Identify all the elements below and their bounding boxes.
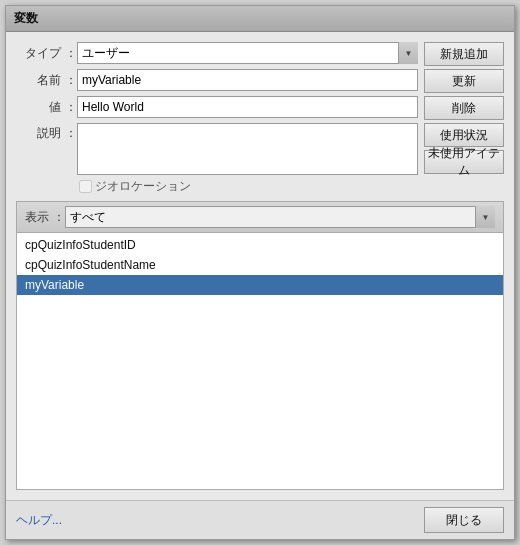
name-input[interactable] <box>77 69 418 91</box>
value-row: 値 ： <box>16 96 418 118</box>
usage-button[interactable]: 使用状況 <box>424 123 504 147</box>
list-header: 表示 ： すべて ユーザー システム ▼ <box>17 202 503 233</box>
show-colon: ： <box>53 209 61 226</box>
value-colon: ： <box>65 99 73 116</box>
description-label: 説明 <box>16 123 61 142</box>
right-buttons-panel: 新規追加 更新 削除 使用状況 未使用アイテム <box>424 42 504 174</box>
list-item[interactable]: cpQuizInfoStudentID <box>17 235 503 255</box>
show-select-wrapper[interactable]: すべて ユーザー システム ▼ <box>65 206 495 228</box>
show-label: 表示 <box>25 209 49 226</box>
name-input-area <box>77 69 418 91</box>
value-label: 値 <box>16 99 61 116</box>
close-button[interactable]: 閉じる <box>424 507 504 533</box>
name-row: 名前 ： <box>16 69 418 91</box>
type-select[interactable]: ユーザー システム <box>77 42 418 64</box>
geolocation-checkbox-row: ジオロケーション <box>77 178 418 195</box>
form-fields: タイプ ： ユーザー システム ▼ 名前 <box>16 42 418 195</box>
description-textarea[interactable] <box>77 123 418 175</box>
delete-button[interactable]: 削除 <box>424 96 504 120</box>
type-select-wrapper[interactable]: ユーザー システム ▼ <box>77 42 418 64</box>
variable-list-items: cpQuizInfoStudentID cpQuizInfoStudentNam… <box>17 233 503 489</box>
type-row: タイプ ： ユーザー システム ▼ <box>16 42 418 64</box>
dialog-footer: ヘルプ... 閉じる <box>6 500 514 539</box>
description-colon: ： <box>65 123 73 142</box>
add-button[interactable]: 新規追加 <box>424 42 504 66</box>
name-label: 名前 <box>16 72 61 89</box>
variable-list-section: 表示 ： すべて ユーザー システム ▼ cpQuizInfoStudentID… <box>16 201 504 490</box>
dialog-body: タイプ ： ユーザー システム ▼ 名前 <box>6 32 514 500</box>
type-colon: ： <box>65 45 73 62</box>
geolocation-label: ジオロケーション <box>95 178 191 195</box>
show-select[interactable]: すべて ユーザー システム <box>65 206 495 228</box>
name-colon: ： <box>65 72 73 89</box>
form-block: タイプ ： ユーザー システム ▼ 名前 <box>16 42 504 195</box>
value-input-area <box>77 96 418 118</box>
variables-dialog: 変数 タイプ ： ユーザー システム ▼ <box>5 5 515 540</box>
value-input[interactable] <box>77 96 418 118</box>
unused-button[interactable]: 未使用アイテム <box>424 150 504 174</box>
type-label: タイプ <box>16 45 61 62</box>
list-item[interactable]: cpQuizInfoStudentName <box>17 255 503 275</box>
dialog-title: 変数 <box>6 6 514 32</box>
update-button[interactable]: 更新 <box>424 69 504 93</box>
help-link[interactable]: ヘルプ... <box>16 512 62 529</box>
type-input-area: ユーザー システム ▼ <box>77 42 418 64</box>
list-item[interactable]: myVariable <box>17 275 503 295</box>
description-row: 説明 ： ジオロケーション <box>16 123 418 195</box>
geolocation-checkbox[interactable] <box>79 180 92 193</box>
